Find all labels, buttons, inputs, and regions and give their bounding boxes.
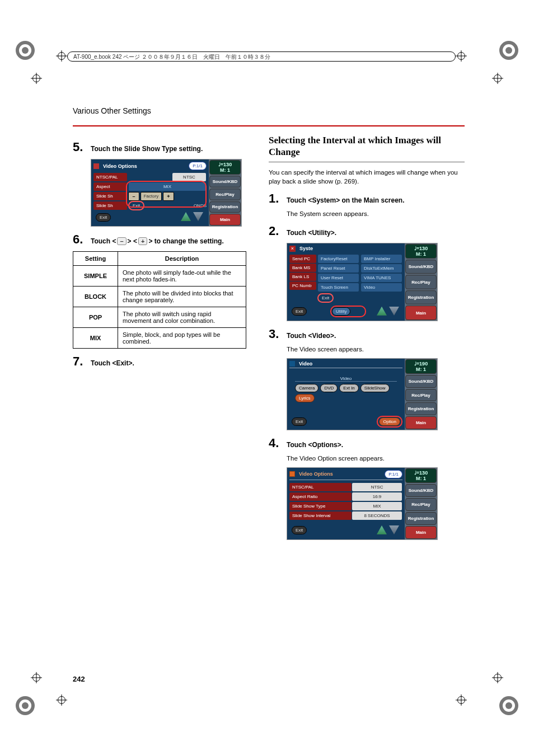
registration-mark-icon (14, 694, 36, 717)
video-source-button[interactable]: SlideShow (360, 384, 390, 392)
setting-label: NTSC/PAL (93, 173, 127, 181)
video-source-button[interactable]: DVD (320, 384, 338, 392)
step-body: The System screen appears. (287, 209, 465, 218)
sidebar-main[interactable]: Main (209, 214, 241, 226)
subsection-heading: Selecting the Interval at which Images w… (269, 134, 465, 162)
sidebar-main[interactable]: Main (405, 416, 437, 429)
sidebar-rec-play[interactable]: Rec/Play (405, 389, 437, 402)
setting-label: NTSC/PAL (289, 483, 352, 491)
sidebar-rec-play[interactable]: Rec/Play (209, 189, 241, 200)
step-body: The Video Option screen appears. (287, 454, 465, 463)
menu-item[interactable]: FactoryReset (318, 255, 359, 263)
window-icon (289, 471, 295, 477)
intro-text: You can specify the interval at which im… (269, 168, 465, 186)
sidebar-rec-play[interactable]: Rec/Play (405, 275, 437, 289)
exit-button[interactable]: Exit (292, 526, 307, 534)
setting-value[interactable]: NTSC (352, 483, 402, 491)
video-source-button[interactable]: Ext In (339, 384, 358, 392)
menu-item[interactable]: Panel Reset (318, 264, 359, 273)
setting-label: Send PC (289, 255, 316, 263)
step-number: 7. (73, 354, 85, 369)
group-label: Video (295, 376, 397, 382)
exit-button[interactable]: Exit (96, 213, 111, 222)
settings-table: Setting Description SIMPLEOne photo will… (73, 251, 246, 349)
sidebar-sound-kbd[interactable]: Sound/KBD (405, 375, 437, 388)
window-title: Video (299, 361, 312, 367)
sidebar-sound-kbd[interactable]: Sound/KBD (209, 176, 241, 187)
exit-popup-button[interactable]: Exit (317, 293, 334, 303)
menu-item[interactable]: Video (361, 283, 402, 292)
setting-value[interactable]: MIX (352, 502, 402, 510)
step-number: 6. (73, 232, 85, 247)
setting-label: Aspect Ratio (289, 492, 352, 501)
crosshair-icon (492, 672, 503, 683)
sidebar-sound-kbd[interactable]: Sound/KBD (405, 260, 437, 274)
table-header-description: Description (118, 252, 246, 266)
menu-item[interactable]: DiskToExtMem (361, 264, 402, 273)
plus-icon: + (138, 237, 147, 245)
up-arrow-icon[interactable] (181, 212, 191, 221)
setting-label: Slide Sh (93, 201, 127, 210)
down-arrow-icon[interactable] (389, 525, 399, 534)
up-arrow-icon[interactable] (377, 307, 387, 316)
up-arrow-icon[interactable] (377, 525, 387, 534)
setting-label: Slide Show Interval (289, 511, 352, 520)
setting-value[interactable]: 8 SECONDS (352, 511, 402, 520)
minus-icon: – (117, 237, 126, 245)
setting-label: Bank LS (289, 273, 316, 281)
highlight-outline (126, 181, 207, 208)
setting-label: Aspect (93, 182, 127, 191)
menu-item[interactable]: VIMA TUNES (361, 274, 402, 282)
screenshot-system-utility: × Syste Send PC Bank MS Bank LS PC Numb (287, 243, 438, 321)
step-number: 1. (269, 191, 281, 206)
video-source-button-active[interactable]: Lyrics (295, 394, 315, 402)
svg-point-8 (22, 702, 29, 709)
chapter-heading: Various Other Settings (73, 106, 465, 115)
close-icon[interactable]: × (289, 246, 296, 252)
sidebar-registration[interactable]: Registration (209, 201, 241, 213)
page-badge: P.1/1 (189, 162, 207, 170)
step-title: Touch <System> on the Main screen. (287, 196, 405, 204)
window-title: Video Options (103, 163, 137, 169)
crosshair-icon (56, 50, 67, 62)
setting-value[interactable]: 16:9 (352, 492, 402, 501)
step-number: 4. (269, 436, 281, 450)
crosshair-icon (56, 694, 67, 706)
crosshair-icon (31, 672, 42, 683)
menu-item[interactable]: Touch Screen (318, 283, 359, 292)
tempo-readout: ♩=130M: 1 (405, 244, 437, 259)
print-header: AT-900_e.book 242 ページ ２００８年９月１６日 火曜日 午前１… (67, 51, 456, 62)
crosshair-icon (492, 73, 503, 84)
tempo-readout: ♩=130M: 1 (209, 160, 241, 175)
step-title: Touch the Slide Show Type setting. (91, 145, 203, 153)
window-title: Video Options (299, 471, 333, 477)
svg-point-11 (505, 702, 512, 709)
sidebar-registration[interactable]: Registration (405, 512, 437, 525)
svg-point-5 (505, 47, 512, 54)
screenshot-video: Video Video Camera DVD Ext In SlideShow … (287, 358, 438, 430)
window-icon (289, 361, 295, 367)
crosshair-icon (456, 50, 467, 62)
table-row: BLOCKThe photo will be divided into bloc… (73, 287, 246, 307)
screenshot-video-options: Video Options P.1/1 NTSC/PALNTSC Aspect … (287, 467, 438, 540)
step-title: Touch <Exit>. (91, 359, 134, 367)
sidebar-main[interactable]: Main (405, 526, 437, 539)
menu-item[interactable]: BMP Installer (361, 255, 402, 263)
sidebar-sound-kbd[interactable]: Sound/KBD (405, 484, 437, 497)
exit-button[interactable]: Exit (292, 307, 307, 316)
video-source-button[interactable]: Camera (295, 384, 318, 392)
sidebar-registration[interactable]: Registration (405, 402, 437, 415)
sidebar-registration[interactable]: Registration (405, 290, 437, 305)
step-title: Touch <Options>. (287, 441, 343, 449)
table-header-setting: Setting (73, 252, 118, 266)
svg-point-2 (22, 47, 29, 54)
down-arrow-icon[interactable] (389, 307, 399, 316)
tempo-readout: ♩=190M: 1 (405, 359, 437, 374)
sidebar-rec-play[interactable]: Rec/Play (405, 498, 437, 511)
down-arrow-icon[interactable] (193, 212, 203, 221)
menu-item[interactable]: User Reset (318, 274, 359, 282)
highlight-outline (377, 416, 402, 428)
sidebar-main[interactable]: Main (405, 306, 437, 320)
divider (73, 125, 465, 126)
exit-button[interactable]: Exit (292, 417, 307, 426)
